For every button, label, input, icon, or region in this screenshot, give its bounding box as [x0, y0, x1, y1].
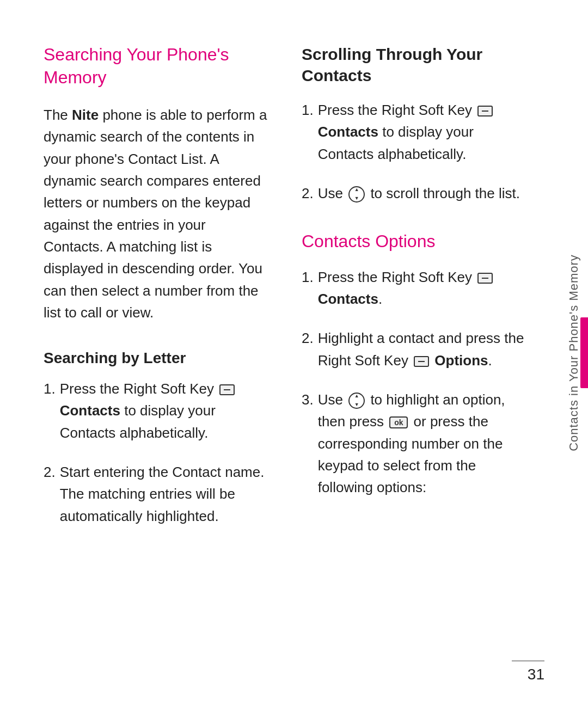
- right-section2-title: Contacts Options: [302, 230, 527, 253]
- right-s1-step-1: 1. Press the Right Soft Key Contacts to …: [302, 99, 527, 165]
- left-section-title: Searching Your Phone's Memory: [44, 44, 269, 89]
- right-section1-steps: 1. Press the Right Soft Key Contacts to …: [302, 99, 527, 204]
- intro-paragraph: The Nite phone is able to perform a dyna…: [44, 104, 269, 323]
- subsection-searching-by-letter: Searching by Letter: [44, 350, 269, 367]
- right-s2-step-2: 2. Highlight a contact and press the Rig…: [302, 327, 527, 371]
- ok-icon: ok: [389, 416, 408, 428]
- page-container: Searching Your Phone's Memory The Nite p…: [0, 0, 588, 705]
- soft-key-icon-4: [414, 356, 429, 367]
- left-step-2: 2. Start entering the Contact name. The …: [44, 461, 269, 527]
- left-column: Searching Your Phone's Memory The Nite p…: [44, 44, 269, 661]
- left-steps-list: 1. Press the Right Soft Key Contacts to …: [44, 378, 269, 527]
- soft-key-icon-3: [477, 273, 493, 284]
- side-tab-label: Contacts in Your Phone's Memory: [567, 254, 581, 451]
- right-column: Scrolling Through YourContacts 1. Press …: [302, 44, 527, 661]
- nav-icon-1: ▲▼: [348, 186, 365, 203]
- side-tab-bar: [580, 317, 588, 388]
- side-tab: Contacts in Your Phone's Memory: [560, 0, 588, 705]
- page-number: 31: [528, 666, 544, 683]
- soft-key-icon-1: [219, 384, 235, 395]
- left-step-1: 1. Press the Right Soft Key Contacts to …: [44, 378, 269, 444]
- right-section1-title: Scrolling Through YourContacts: [302, 44, 527, 86]
- right-s2-step-1: 1. Press the Right Soft Key Contacts.: [302, 266, 527, 310]
- right-s2-step-3: 3. Use ▲▼ to highlight an option, then p…: [302, 389, 527, 498]
- page-divider: [512, 660, 544, 661]
- right-s1-step-2: 2. Use ▲▼ to scroll through the list.: [302, 182, 527, 204]
- right-section2-steps: 1. Press the Right Soft Key Contacts. 2.…: [302, 266, 527, 499]
- soft-key-icon-2: [477, 106, 493, 117]
- nav-icon-2: ▲▼: [348, 393, 365, 409]
- main-content: Searching Your Phone's Memory The Nite p…: [0, 0, 560, 705]
